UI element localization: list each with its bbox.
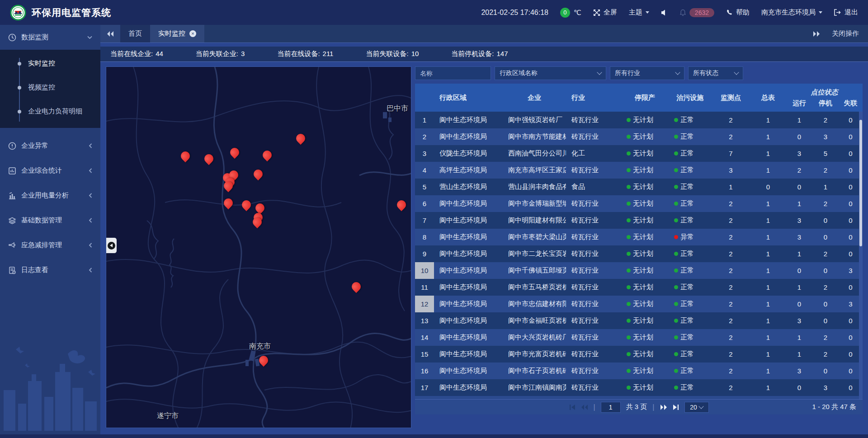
- table-row[interactable]: 17阆中生态环境局阆中市江南镇阆南页岩砖瓦行业无计划正常21030: [415, 379, 863, 396]
- page-number-input[interactable]: [601, 402, 621, 413]
- cell-run: 1: [786, 329, 812, 346]
- column-header-industry: 行业: [566, 84, 621, 112]
- cell-stop: 0: [812, 296, 839, 312]
- table-row[interactable]: 8阆中生态环境局阆中市枣碧大梁山页岩砖瓦行业无计划异常21300: [415, 229, 863, 245]
- status-filter-select[interactable]: 所有状态: [688, 66, 743, 80]
- cell-plan: 无计划: [621, 245, 669, 262]
- table-row[interactable]: 3仪陇生态环境局西南油气田分公司川中化工无计划正常71350: [415, 145, 863, 162]
- sidebar-item-video-monitoring[interactable]: 视频监控: [0, 75, 100, 99]
- industry-filter-select[interactable]: 所有行业: [610, 66, 684, 80]
- table-row[interactable]: 13阆中生态环境局阆中市金福旺页岩机砖砖瓦行业无计划正常21300: [415, 312, 863, 329]
- cell-stop: 5: [812, 145, 839, 162]
- column-header-meters: 总表: [750, 84, 786, 112]
- first-page-button[interactable]: [569, 405, 576, 410]
- sidebar-item-enterprise-abnormal[interactable]: 企业异常: [0, 133, 100, 158]
- table-row[interactable]: 2阆中生态环境局阆中市南方节能建材有砖瓦行业无计划正常21030: [415, 128, 863, 145]
- mute-button[interactable]: [661, 9, 668, 16]
- cell-region: 阆中生态环境局: [434, 312, 503, 329]
- cell-meters: 1: [750, 128, 786, 145]
- table-row[interactable]: 15阆中生态环境局阆中市光富页岩机砖厂砖瓦行业无计划正常21120: [415, 346, 863, 363]
- page-size-select[interactable]: 20: [684, 402, 709, 413]
- cell-idx: 15: [415, 346, 434, 363]
- fullscreen-button[interactable]: 全屏: [593, 8, 617, 17]
- cell-idx: 8: [415, 229, 434, 245]
- cell-facility: 正常: [669, 212, 712, 229]
- cell-idx: 11: [415, 279, 434, 296]
- status-dot: [674, 335, 678, 339]
- sidebar-item-power-load-detail[interactable]: 企业电力负荷明细: [0, 99, 100, 123]
- status-dot: [627, 285, 631, 289]
- table-scrollbar[interactable]: [859, 112, 863, 399]
- cell-region: 仪陇生态环境局: [434, 145, 503, 162]
- cell-region: 阆中生态环境局: [434, 112, 503, 128]
- cell-meters: 1: [750, 329, 786, 346]
- table-row[interactable]: 10阆中生态环境局阆中千佛镇五郎垭页岩砖瓦行业无计划正常21003: [415, 262, 863, 279]
- cell-facility: 正常: [669, 112, 712, 128]
- notifications[interactable]: 2632: [679, 8, 714, 17]
- map-roads: [106, 67, 411, 428]
- tab-close-icon[interactable]: ×: [189, 30, 196, 37]
- cell-stop: 0: [812, 212, 839, 229]
- status-dot: [627, 302, 631, 306]
- cell-stop: 3: [812, 379, 839, 396]
- tabs-scroll-left-button[interactable]: [100, 25, 120, 42]
- table-row[interactable]: 7阆中生态环境局阆中明阳建材有限公司砖瓦行业无计划正常21300: [415, 212, 863, 229]
- cell-plan: 无计划: [621, 179, 669, 195]
- sidebar-item-power-usage-analysis[interactable]: 企业用电量分析: [0, 183, 100, 208]
- cell-idx: 5: [415, 179, 434, 195]
- sidebar-item-enterprise-statistics[interactable]: 企业综合统计: [0, 158, 100, 183]
- prev-page-icon: [581, 405, 588, 410]
- table-row[interactable]: 5营山生态环境局营山县润丰肉食品有限食品无计划正常10010: [415, 179, 863, 195]
- prev-page-button[interactable]: [581, 405, 588, 410]
- theme-dropdown[interactable]: 主题: [629, 8, 649, 17]
- sidebar-collapse-handle[interactable]: [106, 238, 117, 253]
- table-row[interactable]: 6阆中生态环境局阆中市金博瑞新型墙材砖瓦行业无计划正常21120: [415, 195, 863, 212]
- status-dot: [627, 118, 631, 122]
- sidebar-item-emergency-reduction[interactable]: 应急减排管理: [0, 233, 100, 258]
- table-row[interactable]: 4高坪生态环境局南充市高坪区王家店建砖瓦行业无计划正常31220: [415, 162, 863, 179]
- status-dot: [627, 386, 631, 390]
- cell-stop: 2: [812, 329, 839, 346]
- table-row[interactable]: 16阆中生态环境局阆中市石子页岩机砖厂砖瓦行业无计划正常21300: [415, 363, 863, 379]
- table-row[interactable]: 12阆中生态环境局阆中市忠信建材有限公砖瓦行业无计划正常21003: [415, 296, 863, 312]
- table-row[interactable]: 14阆中生态环境局阆中大兴页岩机砖厂砖瓦行业无计划正常21120: [415, 329, 863, 346]
- sidebar-item-base-data-management[interactable]: 基础数据管理: [0, 208, 100, 233]
- cell-industry: 砖瓦行业: [566, 312, 621, 329]
- scrollbar-thumb[interactable]: [859, 120, 862, 246]
- cell-facility: 正常: [669, 296, 712, 312]
- map-panel[interactable]: 巴中市南充市遂宁市: [106, 66, 411, 428]
- bar-chart-icon: [8, 192, 16, 200]
- app-root: 环保用电监管系统 2021-02-25 17:46:18 0 ℃ 全屏 主题: [0, 0, 868, 438]
- sidebar-item-log-view[interactable]: 日志查看: [0, 258, 100, 283]
- cell-region: 阆中生态环境局: [434, 346, 503, 363]
- table-row[interactable]: 11阆中生态环境局阆中市五马桥页岩机砖砖瓦行业无计划正常21120: [415, 279, 863, 296]
- cell-company: 阆中市江南镇阆南页岩: [503, 379, 566, 396]
- close-operations-button[interactable]: 关闭操作: [832, 29, 859, 38]
- cell-industry: 砖瓦行业: [566, 128, 621, 145]
- next-page-button[interactable]: [660, 405, 667, 410]
- name-filter-input[interactable]: [415, 66, 491, 80]
- cell-facility: 正常: [669, 396, 712, 399]
- tab-home[interactable]: 首页: [120, 25, 150, 42]
- cell-stop: 2: [812, 279, 839, 296]
- logout-button[interactable]: 退出: [834, 8, 858, 17]
- map-city-label: 南充市: [249, 342, 271, 351]
- cell-company: 营山县润丰肉食品有限: [503, 179, 566, 195]
- region-filter-select[interactable]: 行政区域名称: [495, 66, 606, 80]
- table-row[interactable]: 18南部生态环境局南部县砖化水泥有限公建材加工无计划正常62050: [415, 396, 863, 399]
- tab-realtime-monitoring[interactable]: 实时监控 ×: [150, 25, 204, 42]
- last-page-button[interactable]: [673, 405, 679, 410]
- help-button[interactable]: 帮助: [726, 8, 750, 17]
- user-dropdown[interactable]: 南充市生态环境局: [761, 8, 822, 17]
- table-row[interactable]: 1阆中生态环境局阆中强锐页岩砖厂砖瓦行业无计划正常21120: [415, 112, 863, 128]
- cell-industry: 砖瓦行业: [566, 279, 621, 296]
- double-chevron-right-icon[interactable]: [813, 31, 820, 37]
- cell-run: 0: [786, 396, 812, 399]
- sidebar-item-data-monitoring[interactable]: 数据监测: [0, 25, 100, 50]
- cell-facility: 正常: [669, 162, 712, 179]
- sidebar-item-realtime-monitoring[interactable]: 实时监控: [0, 52, 100, 75]
- cell-points: 2: [712, 279, 750, 296]
- table-row[interactable]: 9阆中生态环境局阆中市二龙长宝页岩砖砖瓦行业无计划正常21120: [415, 245, 863, 262]
- cell-company: 阆中市光富页岩机砖厂: [503, 346, 566, 363]
- cell-company: 阆中市二龙长宝页岩砖: [503, 245, 566, 262]
